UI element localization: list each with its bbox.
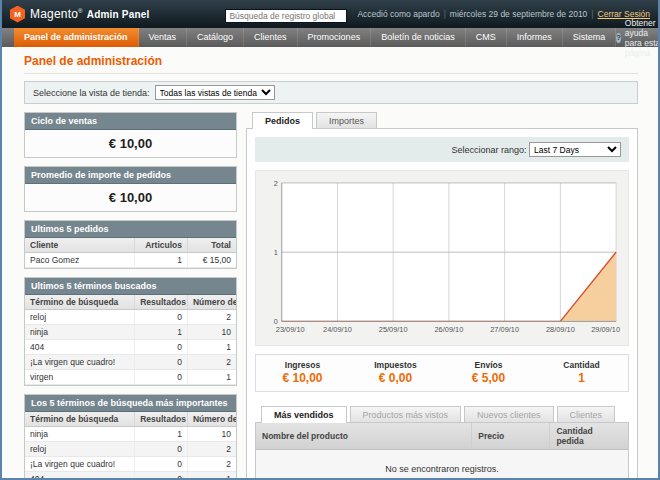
nav-item-clientes[interactable]: Clientes	[244, 28, 298, 47]
table-row: ninja110	[25, 325, 236, 340]
sales-cycle-value: € 10,00	[25, 130, 236, 157]
logo-name: Magento	[30, 7, 78, 21]
svg-text:1: 1	[274, 248, 278, 257]
avg-order-panel: Promedio de importe de pedidos € 10,00	[24, 166, 237, 212]
nav-item-informes[interactable]: Informes	[507, 28, 563, 47]
store-view-label: Seleccione la vista de tienda:	[33, 88, 150, 98]
column-header: Cantidad pedida	[550, 423, 628, 450]
top-header: M Magento®Admin Panel Accedió como apard…	[2, 0, 658, 28]
store-view-switcher: Seleccione la vista de tienda: Todas las…	[24, 81, 638, 104]
last-search-terms-title: Ultimos 5 términos buscados	[25, 278, 236, 295]
table-cell: 10	[187, 325, 236, 340]
nav-item-boletin[interactable]: Boletín de noticias	[371, 28, 466, 47]
header-row: Término de búsquedaResultadosNúmero de u…	[25, 412, 236, 427]
table-cell: 10	[187, 427, 236, 442]
nav-item-cms[interactable]: CMS	[466, 28, 507, 47]
nav-item-panel-administracion[interactable]: Panel de administración	[14, 28, 139, 47]
browser-window: M Magento®Admin Panel Accedió como apard…	[0, 0, 660, 480]
column-header: Término de búsqueda	[25, 412, 135, 427]
table-cell: 2	[187, 457, 236, 472]
total-label: Envíos	[442, 360, 535, 370]
logged-in-as: Accedió como apardo	[357, 9, 439, 19]
last-orders-title: Ultimos 5 pedidos	[25, 221, 236, 238]
totals-bar: Ingresos € 10,00 Impuestos € 0,00 Envíos…	[255, 354, 629, 392]
orders-chart: 01223/09/1024/09/1025/09/1026/09/1027/09…	[255, 170, 629, 346]
nav-item-sistema[interactable]: Sistema	[563, 28, 617, 47]
table-cell: 1	[187, 472, 236, 480]
table-cell: 0	[135, 340, 188, 355]
total-impuestos: Impuestos € 0,00	[349, 360, 442, 385]
table-cell: 0	[135, 457, 188, 472]
table-row: 40401	[25, 472, 236, 480]
total-cantidad: Cantidad 1	[535, 360, 628, 385]
tab-productos-mas-vistos[interactable]: Productos más vistos	[350, 406, 462, 422]
tab-clientes[interactable]: Clientes	[557, 406, 616, 422]
table-row: reloj02	[25, 442, 236, 457]
current-date: miércoles 29 de septiembre de 2010	[450, 9, 588, 19]
table-cell: virgen	[25, 370, 135, 385]
nav-item-promociones[interactable]: Promociones	[298, 28, 372, 47]
table-cell: 1	[135, 253, 188, 268]
table-cell: 1	[187, 340, 236, 355]
header-row: Término de búsquedaResultadosNúmero de u…	[25, 295, 236, 310]
svg-text:25/09/10: 25/09/10	[379, 325, 408, 334]
table-cell: Paco Gomez	[25, 253, 135, 268]
table-cell: ninja	[25, 427, 135, 442]
global-search-input[interactable]	[225, 9, 347, 23]
header-row: ClienteArticulosTotal	[25, 238, 236, 253]
svg-text:28/09/10: 28/09/10	[546, 325, 575, 334]
total-label: Ingresos	[256, 360, 349, 370]
column-header: Resultados	[135, 412, 188, 427]
empty-row: No se encontraron registros.	[256, 450, 628, 480]
range-select[interactable]: Last 7 Days	[529, 142, 621, 157]
table-cell: 2	[187, 442, 236, 457]
page-title: Panel de administración	[24, 54, 638, 74]
table-cell: 0	[135, 370, 188, 385]
tab-importes[interactable]: Importes	[316, 112, 377, 128]
registered-mark: ®	[78, 8, 83, 14]
chart-tabs: Pedidos Importes	[252, 112, 638, 128]
chart-box: Seleccionar rango: Last 7 Days 01223/09/…	[246, 128, 638, 480]
total-ingresos: Ingresos € 10,00	[256, 360, 349, 385]
last-orders-table: ClienteArticulosTotalPaco Gomez1€ 15,00	[25, 238, 236, 268]
logo-suffix: Admin Panel	[87, 9, 150, 20]
top-search-terms-title: Los 5 términos de búsqueda más important…	[25, 395, 236, 412]
table-cell: 404	[25, 472, 135, 480]
avg-order-value: € 10,00	[25, 184, 236, 211]
table-cell: ninja	[25, 325, 135, 340]
nav-item-catalogo[interactable]: Catálogo	[187, 28, 244, 47]
table-cell: 0	[135, 442, 188, 457]
orders-area-chart: 01223/09/1024/09/1025/09/1026/09/1027/09…	[260, 177, 624, 343]
global-search	[225, 5, 347, 23]
table-row: ¡La virgen que cuadro!02	[25, 355, 236, 370]
tab-pedidos[interactable]: Pedidos	[252, 112, 313, 129]
help-link[interactable]: ? Obtener ayuda para esta página	[616, 28, 660, 47]
nav-item-ventas[interactable]: Ventas	[139, 28, 188, 47]
column-header: Número de usos	[187, 295, 236, 310]
column-header: Precio	[472, 423, 550, 450]
table-cell: € 15,00	[187, 253, 236, 268]
sales-cycle-title: Ciclo de ventas	[25, 113, 236, 130]
total-label: Impuestos	[349, 360, 442, 370]
top-search-terms-table: Término de búsquedaResultadosNúmero de u…	[25, 412, 236, 480]
store-view-select[interactable]: Todas las vistas de tienda	[155, 85, 275, 100]
last-search-terms-table: Término de búsquedaResultadosNúmero de u…	[25, 295, 236, 385]
range-bar: Seleccionar rango: Last 7 Days	[255, 137, 629, 162]
svg-text:26/09/10: 26/09/10	[435, 325, 464, 334]
tab-nuevos-clientes[interactable]: Nuevos clientes	[464, 406, 554, 422]
total-value: 1	[535, 371, 628, 385]
table-row: 40401	[25, 340, 236, 355]
session-info: Accedió como apardo|miércoles 29 de sept…	[357, 9, 650, 19]
help-icon: ?	[616, 33, 621, 43]
table-cell: 1	[135, 427, 188, 442]
tab-mas-vendidos[interactable]: Más vendidos	[261, 406, 347, 423]
table-cell: 2	[187, 355, 236, 370]
svg-text:2: 2	[274, 179, 278, 188]
range-label: Seleccionar rango:	[451, 145, 526, 155]
table-cell: reloj	[25, 310, 135, 325]
last-search-terms-panel: Ultimos 5 términos buscados Término de b…	[24, 277, 237, 386]
total-envios: Envíos € 5,00	[442, 360, 535, 385]
column-header: Cliente	[25, 238, 135, 253]
total-value: € 0,00	[349, 371, 442, 385]
column-header: Articulos	[135, 238, 188, 253]
